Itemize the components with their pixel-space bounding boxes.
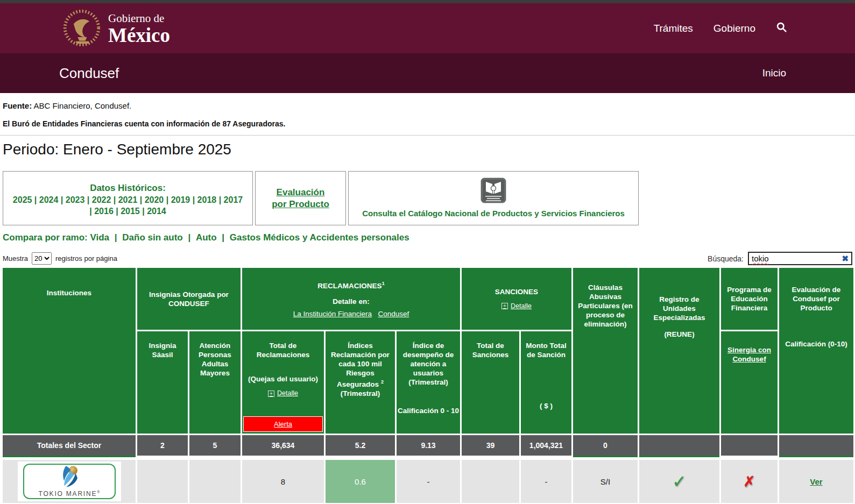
cell-total-sanciones xyxy=(462,460,519,503)
catalog-link[interactable]: Consulta el Catálogo Nacional de Product… xyxy=(362,208,625,219)
institution-logo: TOKIO MARINE® xyxy=(18,462,121,501)
totals-indices: 5.2 xyxy=(326,435,395,456)
separator: | xyxy=(32,195,39,204)
cell-programa-status: ✗ xyxy=(721,460,778,503)
nav-inicio[interactable]: Inicio xyxy=(762,67,786,79)
link-institucion-financiera[interactable]: La Institución Financiera xyxy=(293,310,372,318)
cell-total-reclamaciones: 8 xyxy=(242,460,324,503)
gobmx-logo[interactable]: Gobierno de México xyxy=(62,8,170,51)
page-size-select[interactable]: 20 xyxy=(32,252,52,265)
year-link[interactable]: 2014 xyxy=(147,207,166,216)
totals-row: Totales del Sector 2 5 36,634 5.2 9.13 3… xyxy=(3,435,852,456)
year-link[interactable]: 2024 xyxy=(39,195,59,204)
year-link[interactable]: 2025 xyxy=(13,195,32,204)
bef-table: Instituciones Insignias Otorgada por CON… xyxy=(3,268,852,503)
separator: | xyxy=(58,195,65,204)
totals-clausulas: 0 xyxy=(573,435,638,456)
col-insignia-saasil: Insignia Sáasil xyxy=(137,331,188,434)
col-instituciones: Instituciones xyxy=(3,268,136,434)
compare-by-line: Compara por ramo: Vida | Daño sin auto |… xyxy=(3,232,852,243)
ver-link[interactable]: Ver xyxy=(810,477,822,486)
col-programa: Programa de Educación Financiera xyxy=(721,268,778,330)
nav-gobierno[interactable]: Gobierno xyxy=(713,23,755,34)
nav-tramites[interactable]: Trámites xyxy=(654,23,693,34)
totals-reune xyxy=(639,435,719,456)
col-indices-100mil: Índices Reclamación por cada 100 mil Rie… xyxy=(326,331,395,434)
separator: | xyxy=(216,195,223,204)
catalog-book-icon[interactable] xyxy=(481,178,506,205)
cell-insignia xyxy=(137,460,188,503)
sector-notice: El Buró de Entidades Financieras cuenta … xyxy=(3,119,852,128)
col-total-sanciones: Total de Sanciones xyxy=(462,331,519,434)
separator: | xyxy=(217,232,230,243)
page-size-prefix: Muestra xyxy=(3,254,28,262)
search-icon[interactable] xyxy=(776,22,787,36)
year-link[interactable]: 2022 xyxy=(92,195,111,204)
col-programa-link: Sinergia con Condusef xyxy=(721,331,778,434)
tokio-marine-globe-icon xyxy=(57,465,82,489)
page-size-suffix: registros por página xyxy=(55,254,117,262)
separator: | xyxy=(140,207,147,216)
separator: | xyxy=(183,232,196,243)
top-nav: Trámites Gobierno xyxy=(654,3,787,53)
ramo-link[interactable]: Gastos Médicos y Accidentes personales xyxy=(230,232,409,243)
year-link[interactable]: 2019 xyxy=(171,195,190,204)
cell-indice-desempeno: - xyxy=(397,460,460,503)
cell-indices-100mil: 0.6 xyxy=(326,460,395,503)
year-link[interactable]: 2018 xyxy=(197,195,217,204)
sinergia-link[interactable]: Sinergia con Condusef xyxy=(721,345,778,364)
group-sanciones: SANCIONES + Detalle xyxy=(462,268,571,330)
ramo-links: Vida | Daño sin auto | Auto | Gastos Méd… xyxy=(90,232,409,243)
institution-cell[interactable]: TOKIO MARINE® xyxy=(3,460,136,503)
eagle-emblem-icon xyxy=(62,8,101,51)
year-link[interactable]: 2023 xyxy=(66,195,85,204)
totals-monto: 1,004,321 xyxy=(521,435,571,456)
cross-icon: ✗ xyxy=(744,473,755,490)
separator: | xyxy=(164,195,171,204)
gobmx-header: Gobierno de México Trámites Gobierno xyxy=(0,3,855,53)
ramo-link[interactable]: Vida xyxy=(90,232,109,243)
institution-name: TOKIO MARINE® xyxy=(39,490,100,498)
evaluacion-por-producto-link[interactable]: Evaluación por Producto xyxy=(271,187,331,210)
table-controls: Muestra 20 registros por página Búsqueda… xyxy=(3,252,852,265)
totals-atencion: 5 xyxy=(189,435,241,456)
alerta-button[interactable]: Alerta xyxy=(243,416,323,432)
search-label: Búsqueda: xyxy=(708,254,744,263)
year-links: 2025 | 2024 | 2023 | 2022 | 2021 | 2020 … xyxy=(3,194,252,217)
link-condusef[interactable]: Condusef xyxy=(378,310,409,318)
cell-atencion xyxy=(189,460,241,503)
col-evaluacion: Evaluación de Condusef por Producto Cali… xyxy=(779,268,853,434)
source-line: Fuente: ABC Financiero, Condusef. xyxy=(3,101,852,110)
year-link[interactable]: 2020 xyxy=(145,195,164,204)
col-indice-desempeno: Índice de desempeño de atención a usuari… xyxy=(397,331,460,434)
cell-clausulas: S/I xyxy=(573,460,638,503)
sanciones-detalle-toggle[interactable]: + Detalle xyxy=(501,302,532,311)
clear-search-icon[interactable]: ✖ xyxy=(842,254,849,262)
separator: | xyxy=(114,207,121,216)
brand-line1: Gobierno de xyxy=(108,13,170,24)
search-input[interactable]: tokio ✖ xyxy=(748,252,852,265)
col-reune: Registro de Unidades Especializadas (REU… xyxy=(639,268,719,434)
ramo-link[interactable]: Daño sin auto xyxy=(122,232,182,243)
year-link[interactable]: 2015 xyxy=(121,207,140,216)
totals-label: Totales del Sector xyxy=(3,435,136,456)
site-title[interactable]: Condusef xyxy=(59,65,119,82)
totals-evaluacion xyxy=(779,435,853,456)
totals-reclamaciones: 36,634 xyxy=(242,435,324,456)
ramo-link[interactable]: Auto xyxy=(196,232,217,243)
plus-detail-icon: + xyxy=(501,303,508,309)
separator: | xyxy=(84,195,91,204)
evaluation-box: Evaluación por Producto xyxy=(255,171,346,225)
separator: | xyxy=(109,232,122,243)
check-icon: ✓ xyxy=(672,471,687,492)
year-link[interactable]: 2021 xyxy=(118,195,138,204)
top-boxes: Datos Históricos: 2025 | 2024 | 2023 | 2… xyxy=(3,171,852,225)
table-header: Instituciones Insignias Otorgada por CON… xyxy=(3,268,852,434)
totals-programa xyxy=(721,435,778,456)
year-link[interactable]: 2017 xyxy=(224,195,243,204)
reclamaciones-detalle-toggle[interactable]: + Detalle xyxy=(268,389,298,398)
year-link[interactable]: 2016 xyxy=(94,207,114,216)
catalog-box: Consulta el Catálogo Nacional de Product… xyxy=(348,171,639,225)
source-value: ABC Financiero, Condusef. xyxy=(32,101,131,110)
separator: | xyxy=(89,207,94,216)
